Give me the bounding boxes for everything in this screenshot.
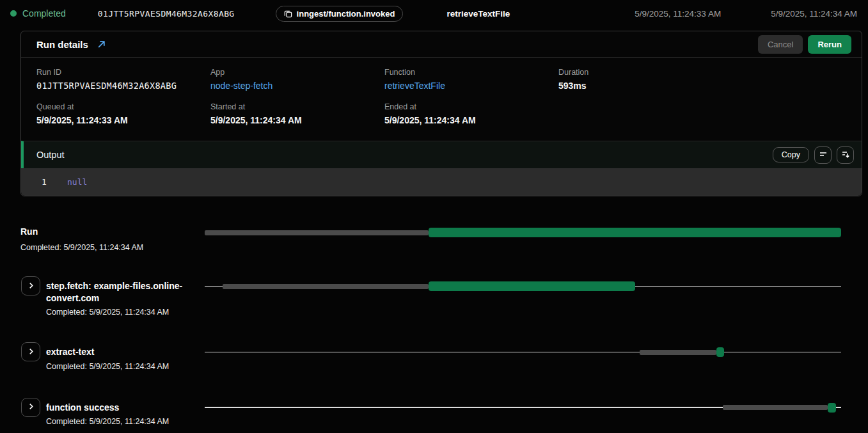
- copy-button[interactable]: Copy: [773, 147, 809, 162]
- run-status: Completed: [10, 8, 66, 19]
- timeline-row-completed: Completed: 5/9/2025, 11:24:34 AM: [46, 308, 197, 317]
- field-function: Function retrieveTextFile: [384, 68, 558, 91]
- panel-title: Run details: [36, 39, 88, 50]
- field-label: Ended at: [384, 102, 558, 111]
- top-function-name: retrieveTextFile: [446, 9, 510, 19]
- field-started-at: Started at 5/9/2025, 11:24:34 AM: [210, 102, 384, 125]
- timeline-row-function-success: function success Completed: 5/9/2025, 11…: [0, 398, 868, 426]
- timeline-row-completed: Completed: 5/9/2025, 11:24:34 AM: [46, 362, 197, 371]
- field-run-id: Run ID 01JTT5RPVAESDM46M32A6X8ABG: [36, 68, 210, 91]
- field-queued-at: Queued at 5/9/2025, 11:24:33 AM: [36, 102, 210, 125]
- scroll-to-bottom-icon: [841, 150, 850, 161]
- rerun-button[interactable]: Rerun: [808, 35, 851, 54]
- timeline-bar: [205, 342, 841, 362]
- run-details-header: Run details Cancel Rerun: [21, 31, 862, 58]
- code-content: null: [67, 177, 87, 187]
- run-details-panel: Run details Cancel Rerun Run ID 01JTT5RP…: [20, 31, 862, 196]
- function-link[interactable]: retrieveTextFile: [384, 81, 445, 91]
- code-line-number: 1: [21, 177, 67, 187]
- chevron-right-icon: [28, 402, 35, 412]
- status-dot-icon: [10, 10, 17, 17]
- chevron-right-icon: [28, 347, 35, 357]
- field-value-started-at: 5/9/2025, 11:24:34 AM: [210, 115, 384, 125]
- field-label: Started at: [210, 102, 384, 111]
- output-title: Output: [36, 150, 65, 160]
- timeline-row-completed: Completed: 5/9/2025, 11:24:34 AM: [46, 417, 197, 426]
- timeline-row-name: Run: [20, 226, 171, 237]
- field-value-queued-at: 5/9/2025, 11:24:33 AM: [36, 115, 210, 125]
- field-label: Queued at: [36, 102, 210, 111]
- field-label: App: [210, 68, 384, 77]
- timeline-row-name: function success: [46, 402, 197, 413]
- output-code-block: 1 null: [21, 168, 862, 196]
- field-app: App node-step-fetch: [210, 68, 384, 91]
- timeline-bar: [205, 398, 841, 418]
- top-run-id: 01JTT5RPVAESDM46M32A6X8ABG: [98, 9, 235, 19]
- top-started-timestamp: 5/9/2025, 11:24:34 AM: [771, 9, 857, 19]
- event-badge[interactable]: inngest/function.invoked: [276, 6, 404, 22]
- align-left-icon: [819, 150, 828, 161]
- timeline-row-name: step.fetch: example-files.online-convert…: [46, 280, 197, 304]
- copy-icon: [284, 10, 292, 18]
- cancel-button[interactable]: Cancel: [758, 35, 803, 54]
- run-details-grid: Run ID 01JTT5RPVAESDM46M32A6X8ABG App no…: [21, 58, 862, 141]
- timeline-bar: [205, 223, 841, 242]
- expand-step-button[interactable]: [21, 342, 40, 361]
- field-value-duration: 593ms: [558, 81, 732, 91]
- field-ended-at: Ended at 5/9/2025, 11:24:34 AM: [384, 102, 558, 125]
- field-value-ended-at: 5/9/2025, 11:24:34 AM: [384, 115, 558, 125]
- app-link[interactable]: node-step-fetch: [210, 81, 272, 91]
- scroll-to-bottom-button[interactable]: [837, 146, 854, 164]
- status-label: Completed: [22, 8, 66, 19]
- field-label: Run ID: [36, 68, 210, 77]
- timeline-row-extract-text: extract-text Completed: 5/9/2025, 11:24:…: [0, 342, 868, 370]
- expand-step-button[interactable]: [21, 276, 40, 295]
- arrow-up-right-icon[interactable]: [97, 40, 106, 49]
- timeline-bar: [205, 276, 841, 296]
- top-bar: Completed 01JTT5RPVAESDM46M32A6X8ABG inn…: [0, 0, 868, 27]
- chevron-right-icon: [28, 281, 35, 291]
- field-label: Duration: [558, 68, 732, 77]
- expand-step-button[interactable]: [21, 398, 40, 417]
- run-timeline: Run Completed: 5/9/2025, 11:24:34 AM ste…: [0, 226, 868, 426]
- timeline-row-name: extract-text: [46, 346, 197, 358]
- field-value-run-id: 01JTT5RPVAESDM46M32A6X8ABG: [36, 81, 210, 91]
- output-section-header: Output Copy: [21, 141, 862, 168]
- field-label: Function: [384, 68, 558, 77]
- timeline-row-completed: Completed: 5/9/2025, 11:24:34 AM: [20, 243, 171, 252]
- timeline-row-step-fetch: step.fetch: example-files.online-convert…: [0, 276, 868, 317]
- field-duration: Duration 593ms: [558, 68, 732, 91]
- wrap-text-button[interactable]: [814, 146, 832, 164]
- timeline-row-run: Run Completed: 5/9/2025, 11:24:34 AM: [0, 226, 868, 252]
- top-queued-timestamp: 5/9/2025, 11:24:33 AM: [635, 9, 721, 19]
- event-badge-label: inngest/function.invoked: [297, 9, 395, 19]
